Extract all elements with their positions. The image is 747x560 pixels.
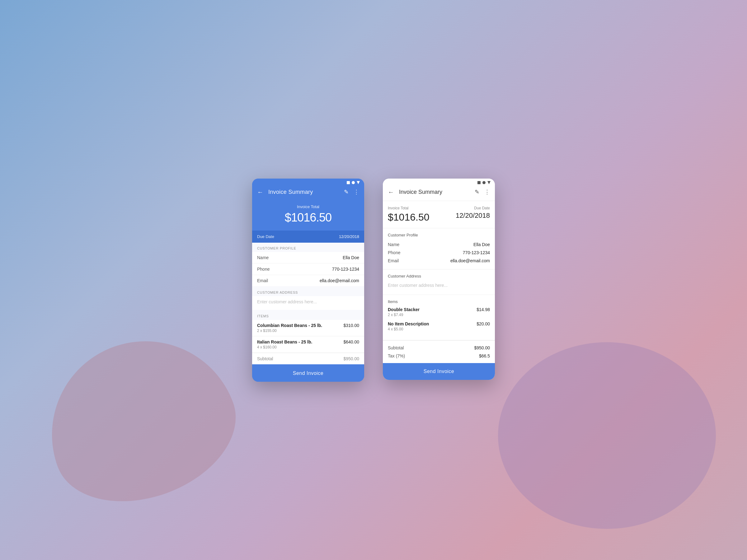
item-row-0: Columbian Roast Beans - 25 lb. 2 x $155.… [252,320,364,336]
phone-label: Phone [257,267,269,272]
right-phone-row: Phone 770-123-1234 [388,248,490,257]
right-status-bar [383,179,495,185]
right-email-row: Email ella.doe@email.com [388,257,490,265]
right-item-name-0: Double Stacker [388,307,419,312]
item-sub-1: 4 x $160.00 [257,345,312,349]
item-name-0: Columbian Roast Beans - 25 lb. [257,323,322,328]
right-app-title: Invoice Summary [399,189,470,195]
status-triangle-icon-r [487,181,491,184]
right-subtotal-rows: Subtotal $950.00 Tax (7%) $66.5 [383,340,495,363]
right-phone-label: Phone [388,250,400,255]
item-info-1: Italian Roast Beans - 25 lb. 4 x $160.00 [257,340,312,349]
right-item-row-1: No Item Description 4 x $5.00 $20.00 [388,321,490,331]
status-circle-icon-r [483,181,486,184]
right-item-name-1: No Item Description [388,321,429,326]
right-item-info-0: Double Stacker 2 x $7.49 [388,307,419,317]
right-subtotal-label: Subtotal [388,345,404,350]
customer-address-header: CUSTOMER ADDRESS [252,287,364,296]
right-due-date: Due Date 12/20/2018 [456,206,490,220]
right-total-amount: $1016.50 [388,212,429,223]
right-edit-icon[interactable]: ✎ [475,189,479,195]
right-item-info-1: No Item Description 4 x $5.00 [388,321,429,331]
name-value: Ella Doe [343,255,359,260]
right-tax-label: Tax (7%) [388,353,405,358]
right-email-label: Email [388,258,399,263]
right-address-placeholder[interactable]: Enter customer address here... [388,282,490,290]
right-due-date-label: Due Date [456,206,490,210]
invoice-total-amount: $1016.50 [257,211,359,224]
right-items-title: Items [388,299,490,304]
item-name-1: Italian Roast Beans - 25 lb. [257,340,312,344]
subtotal-label: Subtotal [257,356,273,361]
item-price-0: $310.00 [343,323,359,328]
due-date-label: Due Date [257,234,274,239]
right-item-sub-0: 2 x $7.49 [388,313,419,317]
status-circle-icon [352,181,355,184]
right-name-value: Ella Doe [473,242,490,247]
due-date-bar: Due Date 12/20/2018 [252,231,364,243]
phone-value: 770-123-1234 [332,267,359,272]
right-customer-profile: Customer Profile Name Ella Doe Phone 770… [383,229,495,269]
right-app-bar: ← Invoice Summary ✎ ⋮ [383,185,495,201]
right-customer-address: Customer Address Enter customer address … [383,269,495,295]
address-placeholder[interactable]: Enter customer address here... [252,296,364,310]
customer-profile-header: CUSTOMER PROFILE [252,243,364,252]
email-value: ella.doe@email.com [320,278,359,283]
right-subtotal-value: $950.00 [474,345,490,350]
item-sub-0: 2 x $155.00 [257,328,322,333]
due-date-value: 12/20/2018 [339,234,359,239]
right-total-label: Invoice Total [388,206,429,210]
customer-address-section: Enter customer address here... [252,296,364,310]
right-item-price-0: $14.98 [476,307,490,312]
item-row-1: Italian Roast Beans - 25 lb. 4 x $160.00… [252,336,364,353]
app-title: Invoice Summary [268,189,339,195]
right-item-price-1: $20.00 [476,321,490,326]
right-send-invoice-button[interactable]: Send Invoice [383,363,495,380]
right-back-button[interactable]: ← [388,189,394,196]
left-status-bar [252,179,364,185]
back-button[interactable]: ← [257,189,263,196]
right-subtotal-row: Subtotal $950.00 [388,344,490,352]
right-tax-value: $66.5 [479,353,490,358]
subtotal-row: Subtotal $950.00 [252,353,364,364]
subtotal-value: $950.00 [343,356,359,361]
email-label: Email [257,278,268,283]
item-price-1: $640.00 [343,340,359,344]
name-label: Name [257,255,268,260]
phones-container: ← Invoice Summary ✎ ⋮ Invoice Total $101… [252,179,495,382]
right-item-row-0: Double Stacker 2 x $7.49 $14.98 [388,307,490,317]
profile-name-row: Name Ella Doe [252,252,364,264]
more-icon[interactable]: ⋮ [354,189,359,195]
right-phone-value: 770-123-1234 [463,250,490,255]
right-email-value: ella.doe@email.com [450,258,490,263]
items-header: ITEMS [252,311,364,320]
customer-profile-section: Name Ella Doe Phone 770-123-1234 Email e… [252,252,364,286]
left-app-bar: ← Invoice Summary ✎ ⋮ [252,185,364,201]
right-due-date-value: 12/20/2018 [456,212,490,220]
right-item-sub-1: 4 x $5.00 [388,327,429,331]
left-phone: ← Invoice Summary ✎ ⋮ Invoice Total $101… [252,179,364,382]
right-phone: ← Invoice Summary ✎ ⋮ Invoice Total $101… [383,179,495,380]
right-name-row: Name Ella Doe [388,240,490,248]
right-total-section: Invoice Total $1016.50 Due Date 12/20/20… [383,201,495,229]
right-name-label: Name [388,242,399,247]
right-total-left: Invoice Total $1016.50 [388,206,429,223]
profile-phone-row: Phone 770-123-1234 [252,264,364,275]
status-square-icon [347,181,350,184]
right-items-section: Items Double Stacker 2 x $7.49 $14.98 No… [383,295,495,340]
right-profile-title: Customer Profile [388,233,490,237]
profile-email-row: Email ella.doe@email.com [252,275,364,286]
left-content-area: CUSTOMER PROFILE Name Ella Doe Phone 770… [252,243,364,364]
edit-icon[interactable]: ✎ [344,189,349,195]
send-invoice-button[interactable]: Send Invoice [252,365,364,382]
invoice-total-label: Invoice Total [257,205,359,209]
total-section: Invoice Total $1016.50 [252,201,364,231]
right-address-title: Customer Address [388,274,490,278]
items-section: Columbian Roast Beans - 25 lb. 2 x $155.… [252,320,364,364]
item-info-0: Columbian Roast Beans - 25 lb. 2 x $155.… [257,323,322,333]
right-more-icon[interactable]: ⋮ [484,189,490,195]
status-triangle-icon [357,181,360,184]
status-square-icon-r [478,181,481,184]
right-tax-row: Tax (7%) $66.5 [388,352,490,360]
